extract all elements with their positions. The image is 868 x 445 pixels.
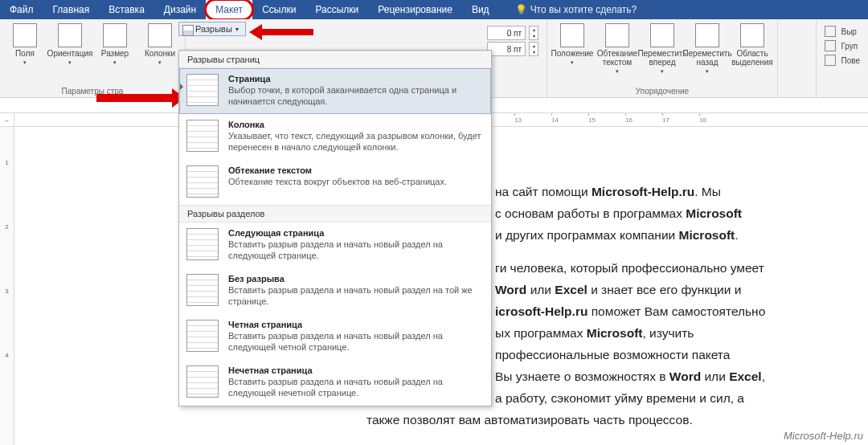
stepper-icon[interactable]: ▴▾ xyxy=(529,26,538,40)
size-button[interactable]: Размер▾ xyxy=(93,21,137,69)
selection-pane-icon xyxy=(740,23,764,47)
break-even-page[interactable]: Четная страницаВставить разрыв раздела и… xyxy=(179,314,491,360)
tab-mailings[interactable]: Рассылки xyxy=(305,0,368,19)
spacing-before-value[interactable]: 0 пт xyxy=(487,26,526,40)
chevron-down-icon: ▾ xyxy=(235,26,239,33)
watermark: Microsoft-Help.ru xyxy=(784,430,863,442)
break-odd-page[interactable]: Нечетная страницаВставить разрыв раздела… xyxy=(179,360,491,406)
selection-pane-button[interactable]: Область выделения xyxy=(731,21,774,69)
columns-icon xyxy=(148,23,172,47)
group-button[interactable]: Груп xyxy=(820,39,865,53)
align-icon xyxy=(825,26,836,37)
orientation-button[interactable]: Ориентация▾ xyxy=(48,21,92,69)
columns-button[interactable]: Колонки▾ xyxy=(138,21,182,69)
align-group: Выр Груп Пове xyxy=(816,19,868,97)
rotate-icon xyxy=(825,55,836,66)
bring-forward-button[interactable]: Переместить вперед▾ xyxy=(641,21,684,78)
spacing-before-after: 0 пт▴▾ 8 пт▴▾ xyxy=(487,21,538,56)
forward-icon xyxy=(650,23,674,47)
size-icon xyxy=(103,23,127,47)
margins-icon xyxy=(13,23,37,47)
page-breaks-header: Разрывы страниц xyxy=(179,51,491,68)
vertical-ruler: 1234 xyxy=(0,127,14,445)
tab-view[interactable]: Вид xyxy=(462,0,499,19)
ribbon-tabs: Файл Главная Вставка Дизайн Макет Ссылки… xyxy=(0,0,868,19)
arrange-label: Упорядочение xyxy=(551,86,774,97)
page-setup-group: Поля▾ Ориентация▾ Размер▾ Колонки▾ Парам… xyxy=(0,19,186,97)
margins-button[interactable]: Поля▾ xyxy=(3,21,47,69)
wrap-icon xyxy=(605,23,629,47)
breaks-button[interactable]: Разрывы▾ xyxy=(178,22,246,36)
stepper-icon[interactable]: ▴▾ xyxy=(529,42,538,56)
tab-links[interactable]: Ссылки xyxy=(252,0,305,19)
section-breaks-header: Разрывы разделов xyxy=(179,205,491,222)
position-icon xyxy=(560,23,584,47)
send-back-button[interactable]: Переместить назад▾ xyxy=(686,21,729,78)
wrap-button[interactable]: Обтекание текстом▾ xyxy=(596,21,639,78)
even-page-icon xyxy=(186,320,219,352)
odd-page-icon xyxy=(186,365,219,398)
breaks-dropdown: Разрывы страниц СтраницаВыбор точки, в к… xyxy=(178,50,492,406)
tab-layout[interactable]: Макет xyxy=(206,0,252,19)
break-next-page[interactable]: Следующая страницаВставить разрыв раздел… xyxy=(179,222,491,268)
rotate-button[interactable]: Пове xyxy=(820,53,865,67)
tab-file[interactable]: Файл xyxy=(0,0,43,19)
group-icon xyxy=(825,40,836,51)
break-textwrap[interactable]: Обтекание текстомОбтекание текста вокруг… xyxy=(179,160,491,205)
ruler-corner[interactable]: ⌐ xyxy=(0,113,14,127)
lightbulb-icon: 💡 xyxy=(515,4,527,15)
page-setup-label: Параметры стра xyxy=(3,86,182,97)
tab-design[interactable]: Дизайн xyxy=(154,0,206,19)
tell-me[interactable]: 💡 Что вы хотите сделать? xyxy=(499,4,637,15)
document-body[interactable]: на сайт помощи Microsoft-Help.ru. Мы с о… xyxy=(495,181,868,431)
continuous-icon xyxy=(186,274,219,306)
position-button[interactable]: Положение▾ xyxy=(551,21,594,69)
break-page[interactable]: СтраницаВыбор точки, в которой заканчива… xyxy=(179,68,491,114)
page-break-icon xyxy=(186,74,219,106)
column-break-icon xyxy=(186,120,219,152)
break-column[interactable]: КолонкаУказывает, что текст, следующий з… xyxy=(179,114,491,160)
align-button[interactable]: Выр xyxy=(820,24,865,39)
orientation-icon xyxy=(58,23,82,47)
break-continuous[interactable]: Без разрываВставить разрыв раздела и нач… xyxy=(179,268,491,314)
spacing-after-value[interactable]: 8 пт xyxy=(487,42,526,56)
arrange-group: Положение▾ Обтекание текстом▾ Переместит… xyxy=(547,19,778,97)
tab-insert[interactable]: Вставка xyxy=(99,0,154,19)
tab-home[interactable]: Главная xyxy=(43,0,100,19)
tab-review[interactable]: Рецензирование xyxy=(368,0,462,19)
next-page-icon xyxy=(186,228,219,260)
back-icon xyxy=(695,23,719,47)
textwrap-break-icon xyxy=(186,165,219,198)
